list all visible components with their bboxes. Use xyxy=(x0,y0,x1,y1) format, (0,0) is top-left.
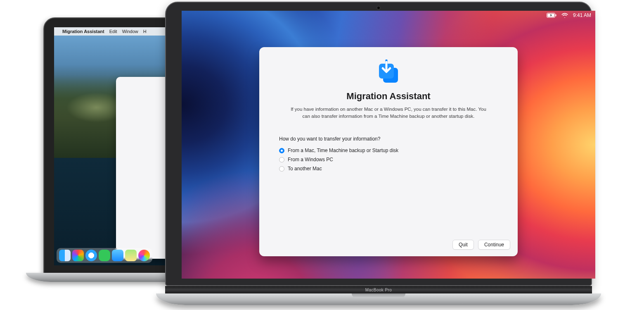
quit-button[interactable]: Quit xyxy=(452,240,474,250)
dialog-button-row: Quit Continue xyxy=(452,240,510,250)
dock-messages-icon[interactable] xyxy=(99,250,110,261)
dock-maps-icon[interactable] xyxy=(125,250,137,261)
laptop-brand-label: MacBook Pro xyxy=(365,288,392,292)
radio-selected-icon[interactable] xyxy=(279,148,284,153)
back-menubar-item-edit[interactable]: Edit xyxy=(109,29,117,34)
migration-assistant-dialog: Migration Assistant If you have informat… xyxy=(259,47,518,256)
option-from-windows-pc[interactable]: From a Windows PC xyxy=(279,157,501,162)
dock-mail-icon[interactable] xyxy=(112,250,123,261)
wifi-icon[interactable] xyxy=(561,13,568,18)
front-bezel: 9:41 AM Migration Assistant xyxy=(165,2,592,286)
dialog-title: Migration Assistant xyxy=(276,91,501,102)
battery-charging-icon[interactable] xyxy=(547,13,556,18)
radio-unselected-icon[interactable] xyxy=(279,166,284,172)
dialog-subtitle: If you have information on another Mac o… xyxy=(289,106,488,119)
front-screen: 9:41 AM Migration Assistant xyxy=(182,11,595,279)
back-menubar-item-help[interactable]: H xyxy=(143,29,147,34)
camera-icon xyxy=(377,7,380,9)
continue-button[interactable]: Continue xyxy=(478,240,510,250)
foreground-macbook-pro: 9:41 AM Migration Assistant xyxy=(156,2,601,310)
statusbar-time[interactable]: 9:41 AM xyxy=(573,12,591,18)
front-trackpad-notch xyxy=(352,293,405,298)
option-to-another-mac-label: To another Mac xyxy=(288,166,322,172)
dock-photos-icon[interactable] xyxy=(138,250,150,261)
migration-assistant-icon xyxy=(276,60,501,85)
option-from-mac[interactable]: From a Mac, Time Machine backup or Start… xyxy=(279,148,501,153)
front-hinge: MacBook Pro xyxy=(165,286,592,293)
back-dock xyxy=(57,248,152,263)
back-menubar-appname[interactable]: Migration Assistant xyxy=(62,29,104,34)
option-to-another-mac[interactable]: To another Mac xyxy=(279,166,501,172)
dock-safari-icon[interactable] xyxy=(85,250,97,261)
svg-rect-1 xyxy=(555,14,556,17)
radio-unselected-icon[interactable] xyxy=(279,157,284,162)
dialog-question: How do you want to transfer your informa… xyxy=(279,136,501,142)
transfer-options-group: From a Mac, Time Machine backup or Start… xyxy=(279,148,501,172)
option-from-windows-pc-label: From a Windows PC xyxy=(288,157,333,162)
front-statusbar: 9:41 AM xyxy=(547,12,591,18)
option-from-mac-label: From a Mac, Time Machine backup or Start… xyxy=(288,148,398,153)
dock-launchpad-icon[interactable] xyxy=(72,250,84,261)
back-menubar-item-window[interactable]: Window xyxy=(122,29,138,34)
dock-finder-icon[interactable] xyxy=(59,250,71,261)
